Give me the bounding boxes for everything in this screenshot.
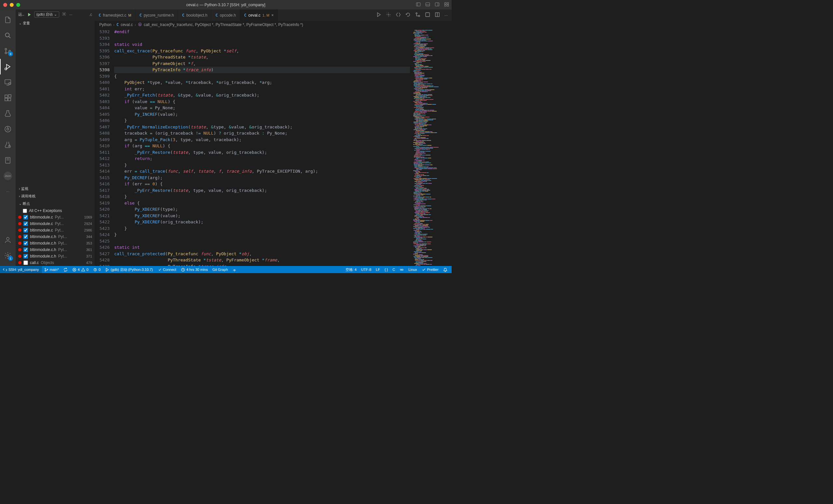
extensions-icon[interactable] [0,90,16,106]
callstack-section[interactable]: ›调用堆栈 [16,193,95,200]
sync-indicator[interactable] [61,268,70,272]
live-server-icon[interactable] [230,268,239,272]
compare-icon[interactable] [396,12,401,18]
start-debug-icon[interactable] [27,12,31,17]
breakpoint-file: bltinmodule.c.h [30,248,56,252]
breakpoint-checkbox[interactable] [23,215,28,220]
minimap[interactable] [412,29,452,266]
breakpoint-dot-icon [18,261,22,264]
settings-gear-icon[interactable]: 1 [0,248,16,263]
breakpoint-row[interactable]: bltinmodule.c Pyt... 1069 [16,214,95,221]
port-indicator[interactable]: 0 [91,268,103,272]
tab-boolobject-h[interactable]: Cboolobject.h [178,9,212,21]
watch-section[interactable]: ›监视 [16,185,95,193]
debug-top: 运.. (gdb) 启动 ⌄ ··· .c [16,9,95,20]
modified-badge: M [128,13,131,17]
gear-icon[interactable] [62,12,66,17]
breakpoint-checkbox[interactable] [23,254,28,258]
account-icon[interactable] [0,232,16,248]
notifications-icon[interactable] [441,267,450,272]
toggle-panel-icon[interactable] [425,2,430,8]
tab-pycore_runtime-h[interactable]: Cpycore_runtime.h [135,9,178,21]
remote-explorer-icon[interactable] [0,74,16,90]
all-exceptions-row[interactable]: All C++ Exceptions [16,207,95,214]
json-icon[interactable]: Json [4,172,12,180]
breakpoint-row[interactable]: bltinmodule.c.h Pyt... 344 [16,233,95,240]
breakpoint-checkbox[interactable] [23,260,28,265]
breakpoint-checkbox[interactable] [23,248,28,252]
overflow-icon[interactable]: ··· [69,12,72,17]
code-editor[interactable]: 5392539353945395539653975398539954005401… [95,29,452,266]
svg-rect-21 [5,95,7,98]
breakpoint-checkbox[interactable] [23,222,28,226]
breakpoint-checkbox[interactable] [23,241,28,246]
more-actions-icon[interactable]: ··· [445,13,448,18]
tab-label: pycore_runtime.h [144,13,174,18]
search-icon[interactable] [0,28,16,43]
breakpoint-row[interactable]: call.c Objects 479 [16,259,95,266]
breakpoint-row[interactable]: bltinmodule.c.h Pyt... 371 [16,253,95,259]
breakpoint-row[interactable]: bltinmodule.c.h Pyt... 353 [16,240,95,247]
breakpoint-dot-icon [18,216,22,219]
customize-layout-icon[interactable] [444,2,449,8]
breadcrumb[interactable]: Python› Cceval.c› ⦿call_exc_trace(Py_tra… [95,21,452,29]
c-file-icon: C [139,13,142,18]
liveshare-icon[interactable] [0,137,16,152]
split-icon[interactable] [435,12,440,18]
toggle-primary-sidebar-icon[interactable] [416,2,421,8]
os-indicator[interactable]: Linux [406,267,419,272]
debug-target[interactable]: (gdb) 启动 (Python-3.10.7) [103,267,155,272]
revert-icon[interactable] [405,12,411,18]
breakpoint-checkbox[interactable] [23,228,28,232]
breakpoints-section[interactable]: ⌄断点 [16,200,95,207]
svg-rect-18 [5,80,11,84]
breakpoint-row[interactable]: bltinmodule.c.h Pyt... 361 [16,247,95,253]
wakatime-indicator[interactable]: 4 hrs 30 mins [178,268,210,272]
debug-settings-icon[interactable] [386,12,391,18]
gitlens-icon[interactable] [0,121,16,137]
explorer-icon[interactable] [0,12,16,28]
gitgraph-indicator[interactable]: Git Graph [210,268,230,272]
maximize-window-icon[interactable] [16,3,20,7]
toggle-secondary-sidebar-icon[interactable] [435,2,439,8]
remote-indicator[interactable]: SSH: ydl_company [0,266,42,273]
close-tab-icon[interactable]: × [271,13,273,18]
breakpoint-file: bltinmodule.c [30,215,53,220]
run-file-icon[interactable] [376,12,381,18]
indentation-indicator[interactable]: 空格: 4 [343,267,359,272]
run-debug-icon[interactable] [0,59,16,74]
encoding-indicator[interactable]: UTF-8 [359,267,374,272]
more-icon[interactable]: ··· [0,184,16,199]
copilot-icon[interactable] [397,267,406,272]
svg-point-36 [64,13,65,15]
chevron-right-icon: › [19,187,20,191]
breakpoint-dot-icon [18,229,22,232]
breakpoint-checkbox[interactable] [23,234,28,239]
variables-section[interactable]: ⌄变量 [16,20,95,27]
settings-badge: 1 [8,256,13,261]
breakpoint-row[interactable]: bltinmodule.c Pyt... 2924 [16,221,95,227]
eol-indicator[interactable]: LF [374,267,382,272]
chevron-down-icon: ⌄ [19,202,22,205]
testing-icon[interactable] [0,106,16,121]
connect-indicator[interactable]: Connect [155,268,178,272]
branch-indicator[interactable]: main* [42,268,61,272]
tab-opcode-h[interactable]: Copcode.h [212,9,240,21]
minimize-window-icon[interactable] [10,3,14,7]
bookmarks-icon[interactable] [0,152,16,168]
close-window-icon[interactable] [3,3,7,7]
tab-ceval-c[interactable]: Cceval.c1, M× [240,9,278,21]
book-icon[interactable] [425,12,430,18]
problems-indicator[interactable]: 4 0 [70,268,91,272]
diff-icon[interactable] [415,12,421,18]
braces-icon[interactable]: { } [382,267,390,272]
all-exceptions-checkbox[interactable] [23,209,27,213]
launch-config-select[interactable]: (gdb) 启动 ⌄ [34,11,60,18]
source-control-icon[interactable]: 9 [0,43,16,59]
breakpoint-row[interactable]: bltinmodule.c Pyt... 2986 [16,227,95,233]
c-file-icon: C [215,13,218,18]
prettier-indicator[interactable]: Prettier [420,267,441,272]
language-indicator[interactable]: C [390,267,397,272]
tab-frameobject-c[interactable]: Cframeobject.cM [95,9,135,21]
breakpoint-file: bltinmodule.c.h [30,241,56,246]
